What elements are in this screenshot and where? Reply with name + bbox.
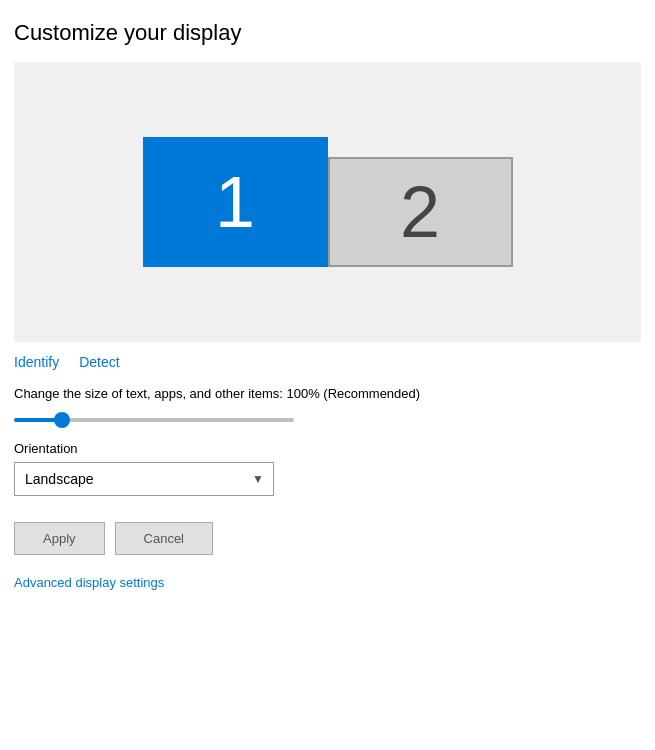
display-preview: 1 2 (14, 62, 641, 342)
advanced-display-settings-link[interactable]: Advanced display settings (14, 575, 641, 590)
page-title: Customize your display (14, 20, 641, 46)
buttons-row: Apply Cancel (14, 514, 641, 555)
detect-button[interactable]: Detect (79, 354, 119, 370)
orientation-label: Orientation (14, 441, 641, 456)
orientation-dropdown-container: Landscape Portrait Landscape (flipped) P… (14, 462, 274, 496)
slider-container (14, 409, 641, 425)
apply-button[interactable]: Apply (14, 522, 105, 555)
display-1-label: 1 (215, 161, 255, 243)
links-row: Identify Detect (14, 354, 641, 370)
scale-label: Change the size of text, apps, and other… (14, 386, 641, 401)
display-2-label: 2 (400, 171, 440, 253)
displays-row: 1 2 (143, 137, 513, 267)
orientation-select[interactable]: Landscape Portrait Landscape (flipped) P… (14, 462, 274, 496)
cancel-button[interactable]: Cancel (115, 522, 213, 555)
display-2[interactable]: 2 (328, 157, 513, 267)
identify-button[interactable]: Identify (14, 354, 59, 370)
page-container: Customize your display 1 2 Identify Dete… (0, 0, 655, 610)
scale-slider[interactable] (14, 418, 294, 422)
display-1[interactable]: 1 (143, 137, 328, 267)
